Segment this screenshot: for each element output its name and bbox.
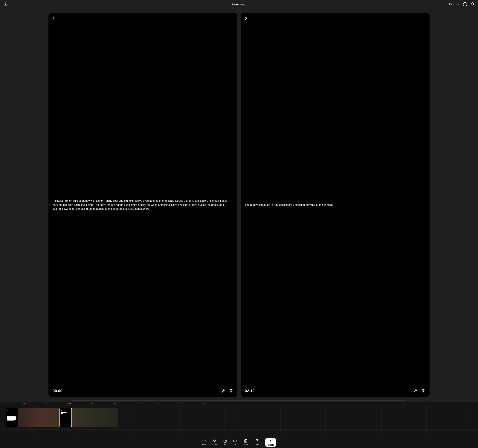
card-description[interactable]: The puppy continues to run, occasionally… [245,21,425,389]
tool-label: 2v [234,443,236,446]
ruler-tick: 05 [112,402,135,406]
tool-label: Help [255,443,259,446]
undo-icon[interactable] [448,2,453,6]
tool-label: 5s [224,443,226,446]
card-desc-text: The puppy continues to run, occasionally… [245,203,333,206]
more-menu-icon[interactable] [463,2,467,6]
card-description[interactable]: A playful French bulldog puppy with a sh… [53,21,233,389]
app-root: Storyboard [0,0,478,448]
ruler-tick: 07 [157,402,180,406]
upload-icon [269,439,272,443]
header-right [441,2,475,6]
header-bar: Storyboard [0,0,478,9]
duration-button[interactable]: 5s [223,439,227,446]
timeline-ruler: 00010203040506070809 [0,402,478,406]
magic-edit-icon[interactable] [413,389,418,393]
storyboard-card-1[interactable]: 1 A playful French bulldog puppy with a … [49,13,237,397]
logo-icon[interactable] [3,2,8,6]
timeline-track[interactable]: 1 2 [0,406,478,430]
variations-icon [233,439,237,443]
preset-icon [244,439,247,443]
svg-rect-2 [234,440,237,442]
create-button[interactable]: Create [265,438,276,447]
tool-label: Create [268,444,274,446]
clip-text-preview [61,412,70,414]
notifications-icon[interactable] [470,2,475,6]
svg-point-6 [257,442,257,442]
timeline[interactable]: 00010203040506070809 1 2 [0,402,478,437]
ruler-tick: 00 [0,402,22,406]
bottom-toolbar: 16:9 480p 5s [0,437,478,448]
tool-label: 16:9 [202,443,206,446]
card-footer: 02.12 [245,389,425,393]
header-left [3,2,37,6]
card-number: 2 [245,16,425,21]
card-desc-text: A playful French bulldog puppy with a sh… [53,199,227,206]
svg-rect-0 [202,440,206,442]
clip-text-preview [7,417,16,421]
ruler-tick: 08 [180,402,202,406]
aspect-ratio-icon [202,439,206,443]
style-preset-button[interactable]: None [243,439,248,446]
aspect-ratio-button[interactable]: 16:9 [202,439,206,446]
gauge-icon [223,439,227,443]
clip-number: 2 [61,409,70,411]
card-time: 02.12 [245,389,255,393]
clip-number: 1 [7,409,16,411]
card-time: 00.00 [53,389,63,393]
tool-label: 480p [212,443,217,446]
resolution-button[interactable]: 480p [212,439,217,446]
help-icon [255,439,258,443]
page-title: Storyboard [231,3,246,6]
ruler-tick: 04 [90,402,112,406]
card-number: 1 [53,16,233,21]
tool-label: None [243,443,248,446]
cards-row: 1 A playful French bulldog puppy with a … [0,9,478,399]
help-button[interactable]: Help [255,439,259,446]
delete-icon[interactable] [421,389,425,393]
cards-scrollbar[interactable] [72,400,406,401]
card-desc-spellerror: colorful [53,207,61,210]
delete-icon[interactable] [229,389,233,393]
redo-icon[interactable] [456,2,460,6]
svg-point-3 [234,441,235,441]
card-actions [413,389,425,393]
ruler-tick: 09 [202,402,225,406]
timeline-clip-1[interactable]: 1 [6,408,18,427]
variations-button[interactable]: 2v [233,439,237,446]
card-desc-text: flowers dot the background, adding to th… [61,207,150,210]
svg-point-4 [236,441,236,441]
cards-viewport: 1 A playful French bulldog puppy with a … [0,9,478,402]
card-footer: 00.00 [53,389,233,393]
ruler-tick: 01 [22,402,45,406]
ruler-tick: 03 [67,402,90,406]
resolution-icon [213,439,216,443]
magic-edit-icon[interactable] [221,389,226,393]
timeline-bottom-ruler [0,430,478,435]
ruler-tick: 06 [135,402,157,406]
ruler-tick: 02 [45,402,67,406]
storyboard-card-2[interactable]: 2 The puppy continues to run, occasional… [241,13,429,397]
timeline-clip-2[interactable]: 2 [60,408,71,427]
card-actions [221,389,233,393]
